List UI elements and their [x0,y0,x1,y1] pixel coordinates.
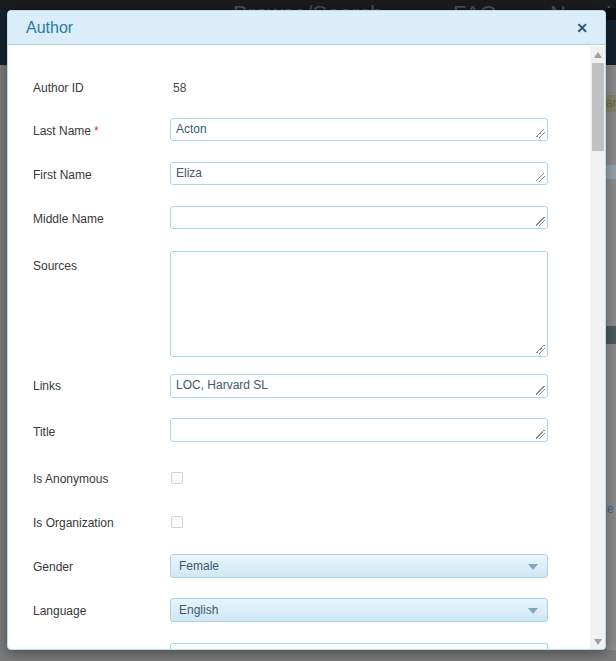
sources-field-wrap [170,251,548,357]
is-anonymous-label: Is Anonymous [33,472,108,486]
resize-grip-icon[interactable] [536,430,545,439]
last-name-input[interactable]: Acton [170,118,548,141]
page: Browse/Search FAQ N Li ar e Author ✕ Aut… [0,0,616,661]
resize-grip-icon[interactable] [536,386,545,395]
first-name-input[interactable]: Eliza [170,162,548,185]
links-label: Links [33,379,61,393]
scrollbar-thumb[interactable] [592,63,604,151]
scrollbar-up-arrow-icon[interactable] [594,52,602,58]
author-id-label: Author ID [33,81,84,95]
last-name-field-wrap: Acton [170,118,548,141]
background-nav-block [606,8,616,20]
last-name-label: Last Name* [33,124,99,138]
middle-name-input[interactable] [170,206,548,229]
chevron-down-icon [528,608,538,614]
links-field-wrap: LOC, Harvard SL [170,374,548,398]
links-input[interactable]: LOC, Harvard SL [170,374,548,398]
background-page-bottom [0,650,616,661]
language-select-value: English [179,599,218,621]
gender-select-value: Female [179,555,219,577]
resize-grip-icon[interactable] [536,173,545,182]
first-name-field-wrap: Eliza [170,162,548,185]
background-page-left [0,65,7,661]
dialog-title: Author [26,11,73,45]
language-select[interactable]: English [170,598,548,622]
nav-item-clipped: N [550,1,566,10]
resize-grip-icon[interactable] [536,129,545,138]
nav-item-browse-search: Browse/Search [233,1,382,10]
resize-grip-icon[interactable] [536,217,545,226]
scrollbar[interactable] [590,46,606,650]
resize-grip-icon[interactable] [536,345,545,354]
dialog-header: Author ✕ [8,11,605,45]
middle-name-label: Middle Name [33,212,104,226]
background-page-right: ar e [606,65,616,661]
first-name-label: First Name [33,168,92,182]
title-field-wrap [170,418,548,442]
background-row-band [606,326,616,344]
sources-label: Sources [33,259,77,273]
background-text-fragment: e [607,502,614,516]
last-name-label-text: Last Name [33,124,91,138]
sources-textarea[interactable] [170,251,548,357]
author-dialog: Author ✕ Author ID 58 Last Name* Acton F… [7,10,606,650]
required-asterisk: * [94,124,99,138]
gender-select[interactable]: Female [170,554,548,578]
scrollbar-down-arrow-icon[interactable] [594,639,602,645]
language-label: Language [33,604,86,618]
is-organization-label: Is Organization [33,516,114,530]
background-text-fragment: ar [606,96,616,110]
background-nav-bar: Browse/Search FAQ N Li [0,0,616,10]
next-field-partial[interactable] [170,643,548,650]
middle-name-field-wrap [170,206,548,229]
chevron-down-icon [528,564,538,570]
background-row-band [606,165,616,179]
nav-item-faq: FAQ [453,1,497,10]
is-organization-checkbox[interactable] [171,516,183,528]
close-icon[interactable]: ✕ [572,11,592,45]
is-anonymous-checkbox[interactable] [171,472,183,484]
title-label: Title [33,425,55,439]
author-id-value: 58 [173,81,186,95]
title-input[interactable] [170,418,548,442]
gender-label: Gender [33,560,73,574]
